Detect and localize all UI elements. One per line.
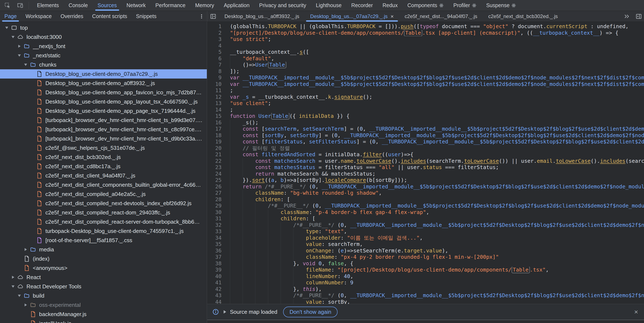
line-content[interactable]: ; xyxy=(226,107,644,113)
tree-row-c2e5f-next-dist-compiled-react-dom-29403ffc-js[interactable]: c2e5f_next_dist_compiled_react-dom_29403… xyxy=(0,208,207,217)
tree-row-localhost-3000[interactable]: localhost:3000 xyxy=(0,32,207,41)
line-content[interactable]: }).sort((a, b)=>a[sortBy].localeCompare(… xyxy=(226,177,644,184)
line-number[interactable]: 41 xyxy=(207,280,226,286)
line-content[interactable]: onChange: (e)=>setSearchTerm(e.target.va… xyxy=(226,248,644,254)
line-number[interactable]: 19 xyxy=(207,139,226,145)
file-tab-c2e5f-next-dist-94a04f07-js[interactable]: c2e5f_next_dist..._94a04f07._.js xyxy=(399,11,483,22)
nav-tab-page[interactable]: Page xyxy=(0,11,21,22)
line-number[interactable]: 8 xyxy=(207,68,226,75)
line-number[interactable]: 3 xyxy=(207,36,226,43)
line-content[interactable]: function UserTable({ initialData }) { xyxy=(226,113,644,119)
line-number[interactable]: 36 xyxy=(207,248,226,254)
chevron-right-icon[interactable] xyxy=(23,248,28,251)
tree-row-turbopack-browser-dev-hmr-client-hmr-client-ts-d9b0c33a-js[interactable]: [turbopack]_browser_dev_hmr-client_hmr-c… xyxy=(0,134,207,143)
tree-row-build[interactable]: build xyxy=(0,291,207,300)
tree-row-nextjs-font[interactable]: __nextjs_font xyxy=(0,41,207,51)
line-number[interactable]: 34 xyxy=(207,235,226,241)
line-content[interactable]: __turbopack_context__.s([ xyxy=(226,49,644,55)
line-content[interactable] xyxy=(226,43,644,49)
main-tab-lighthouse[interactable]: Lighthouse xyxy=(311,0,346,11)
tree-row-c2e5f-next-dist-compiled-next-devtools-index-ebf26d92-js[interactable]: c2e5f_next_dist_compiled_next-devtools_i… xyxy=(0,199,207,208)
line-number[interactable]: 29 xyxy=(207,203,226,209)
tree-row-oss-experimental[interactable]: oss-experimental xyxy=(0,300,207,310)
main-tab-elements[interactable]: Elements xyxy=(32,0,64,11)
dont-show-again-button[interactable]: Don't show again xyxy=(283,307,338,317)
chevron-down-icon[interactable] xyxy=(23,64,28,66)
chevron-right-icon[interactable] xyxy=(10,276,16,279)
main-tab-network[interactable]: Network xyxy=(122,0,151,11)
main-tab-redux[interactable]: Redux xyxy=(378,0,402,11)
tab-close-icon[interactable]: × xyxy=(390,14,394,19)
line-content[interactable]: (globalThis.TURBOPACK || (globalThis.TUR… xyxy=(226,23,644,30)
infobar-close-icon[interactable]: × xyxy=(634,308,638,316)
tree-row-c2e5f-next-dist-compiled-react-server-dom-turbopack-8bb61dab-js[interactable]: c2e5f_next_dist_compiled_react-server-do… xyxy=(0,217,207,226)
more-tabs-icon[interactable] xyxy=(624,13,630,19)
line-content[interactable]: _s(); xyxy=(226,119,644,126)
tree-row-chunks[interactable]: chunks xyxy=(0,60,207,69)
tree-row-turbopack-desktop-blog-use-client-demo-745597c1-js[interactable]: turbopack-Desktop_blog_use-client-demo_7… xyxy=(0,226,207,236)
tree-row-desktop-blog-use-client-demo-app-favicon-ico-mjs-7d2b8725-js[interactable]: Desktop_blog_use-client-demo_app_favicon… xyxy=(0,88,207,97)
line-number[interactable]: 4 xyxy=(207,43,226,49)
line-content[interactable]: }, this), xyxy=(226,286,644,293)
file-tab-c2e5f-next-dist-bcb302ed-js[interactable]: c2e5f_next_dist_bcb302ed._.js xyxy=(483,11,563,22)
toggle-right-panel-icon[interactable] xyxy=(636,13,642,19)
line-content[interactable]: className: "bg-white rounded-lg shadow", xyxy=(226,190,644,196)
main-tab-privacy-and-security[interactable]: Privacy and security xyxy=(254,0,311,11)
line-number[interactable]: 31 xyxy=(207,216,226,222)
tree-row-root-of-the-server-f5af1857-css[interactable]: [root-of-the-server]__f5af1857._.css xyxy=(0,236,207,245)
line-content[interactable]: /*#__PURE__*/ (0, __TURBOPACK__imported_… xyxy=(226,222,644,229)
line-content[interactable]: const [filterStatus, setFilterStatus] = … xyxy=(226,139,644,145)
line-number[interactable]: 6 xyxy=(207,55,226,62)
line-content[interactable]: /*#__PURE__*/ (0, __TURBOPACK__imported_… xyxy=(226,292,644,299)
chevron-down-icon[interactable] xyxy=(16,295,22,297)
file-tab-desktop-blog-us-a0ff3932-js[interactable]: Desktop_blog_us..._a0ff3932._.js xyxy=(219,11,305,22)
line-number[interactable]: 26 xyxy=(207,184,226,190)
tree-row-turbopack-browser-dev-hmr-client-hmr-client-ts-b99d3e07-js[interactable]: [turbopack]_browser_dev_hmr-client_hmr-c… xyxy=(0,115,207,125)
line-content[interactable]: children: [ xyxy=(226,216,644,222)
tree-row-next-static[interactable]: _next/static xyxy=(0,51,207,60)
line-content[interactable]: const [sortBy, setSortBy] = (0, __TURBOP… xyxy=(226,132,644,139)
line-content[interactable]: columnNumber: 9 xyxy=(226,280,644,286)
nav-tab-content-scripts[interactable]: Content scripts xyxy=(88,11,132,22)
line-content[interactable]: return matchesSearch && matchesStatus; xyxy=(226,171,644,177)
line-content[interactable]: type: "text", xyxy=(226,228,644,235)
line-content[interactable]: className: "p-4 border-b flex gap-4 flex… xyxy=(226,209,644,216)
main-tab-components[interactable]: Components xyxy=(402,0,448,11)
line-content[interactable]: fileName: "[project]/Desktop/blog/use-cl… xyxy=(226,267,644,273)
line-number[interactable]: 38 xyxy=(207,260,226,267)
main-tab-sources[interactable]: Sources xyxy=(93,0,122,11)
main-tab-suspense[interactable]: Suspense xyxy=(481,0,521,11)
line-number[interactable]: 17 xyxy=(207,126,226,132)
line-content[interactable]: ()=>UserTable xyxy=(226,62,644,68)
line-number[interactable]: 32 xyxy=(207,222,226,229)
line-content[interactable]: ; xyxy=(226,87,644,94)
tree-row-anonymous[interactable]: <anonymous> xyxy=(0,263,207,273)
tree-row-c2e5f-next-dist-bcb302ed-js[interactable]: c2e5f_next_dist_bcb302ed._.js xyxy=(0,152,207,162)
line-number[interactable]: 24 xyxy=(207,171,226,177)
tree-row-c2e5f-next-dist-cd8bc17a-js[interactable]: c2e5f_next_dist_cd8bc17a._.js xyxy=(0,162,207,171)
tree-row-react-developer-tools[interactable]: React Developer Tools xyxy=(0,282,207,291)
line-number[interactable]: 43 xyxy=(207,292,226,299)
line-number[interactable]: 7 xyxy=(207,62,226,68)
main-tab-application[interactable]: Application xyxy=(219,0,254,11)
expand-message-icon[interactable] xyxy=(224,310,226,314)
tree-row-desktop-blog-use-client-demo-app-page-tsx-7196444d-js[interactable]: Desktop_blog_use-client-demo_app_page_ts… xyxy=(0,106,207,115)
line-number[interactable]: 35 xyxy=(207,241,226,248)
nav-tab-snippets[interactable]: Snippets xyxy=(132,11,161,22)
line-content[interactable]: value: searchTerm, xyxy=(226,241,644,248)
tree-row-desktop-blog-use-client-demo-07aa7c29-js[interactable]: Desktop_blog_use-client-demo_07aa7c29._.… xyxy=(0,69,207,78)
chevron-right-icon[interactable] xyxy=(23,304,28,307)
line-content[interactable]: "[project]/Desktop/blog/use-client-demo/… xyxy=(226,30,644,36)
line-content[interactable]: "default", xyxy=(226,55,644,62)
tree-row-react[interactable]: React xyxy=(0,273,207,282)
line-content[interactable]: /*#__PURE__*/ (0, __TURBOPACK__imported_… xyxy=(226,203,644,209)
more-options-icon[interactable] xyxy=(196,11,207,22)
tree-row-c2e5f-next-dist-client-94a04f07-js[interactable]: c2e5f_next_dist_client_94a04f07._.js xyxy=(0,171,207,180)
line-number[interactable]: 28 xyxy=(207,196,226,203)
line-number[interactable]: 30 xyxy=(207,209,226,216)
line-number[interactable]: 22 xyxy=(207,158,226,164)
tree-row-index[interactable]: (index) xyxy=(0,254,207,263)
line-content[interactable]: // 필터링 및 정렬 xyxy=(226,145,644,152)
line-content[interactable]: var __TURBOPACK__imported__module__$5b$p… xyxy=(226,74,644,81)
tree-row-c2e5f-next-dist-client-components-builtin-global-error-4c667590-js[interactable]: c2e5f_next_dist_client_components_builti… xyxy=(0,180,207,189)
